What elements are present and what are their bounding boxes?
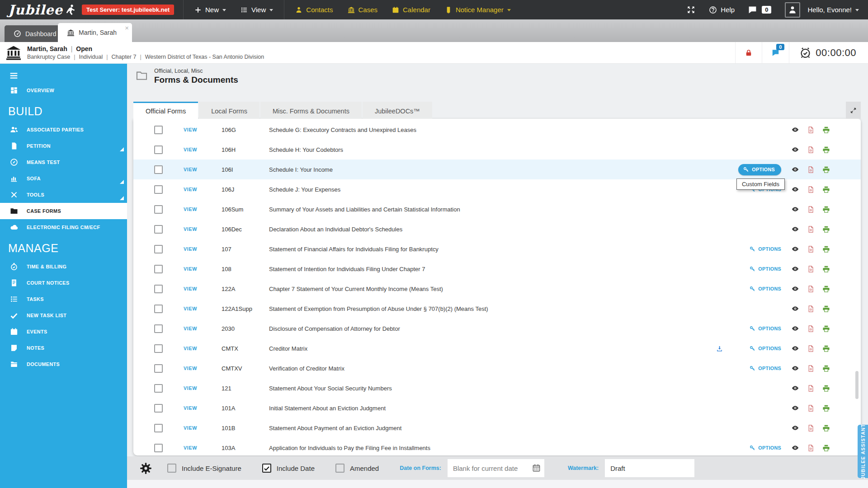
nav-item-calendar[interactable]: Calendar bbox=[385, 0, 438, 19]
row-checkbox[interactable] bbox=[154, 444, 163, 452]
preview-button[interactable] bbox=[788, 404, 803, 412]
sidebar-item-means-test[interactable]: MEANS TEST bbox=[0, 154, 127, 170]
view-link[interactable]: VIEW bbox=[184, 366, 222, 371]
print-button[interactable] bbox=[818, 265, 834, 273]
sidebar-item-tools[interactable]: TOOLS bbox=[0, 187, 127, 203]
sidebar-collapse-button[interactable] bbox=[0, 64, 127, 82]
date-on-forms-input[interactable] bbox=[448, 459, 544, 477]
preview-button[interactable] bbox=[788, 265, 803, 273]
preview-button[interactable] bbox=[788, 245, 803, 253]
help-button[interactable]: Help bbox=[709, 6, 735, 14]
pdf-button[interactable] bbox=[803, 325, 818, 333]
preview-button[interactable] bbox=[788, 384, 803, 392]
view-link[interactable]: VIEW bbox=[184, 147, 222, 152]
row-checkbox[interactable] bbox=[154, 404, 163, 413]
row-checkbox[interactable] bbox=[154, 364, 163, 373]
preview-button[interactable] bbox=[788, 424, 803, 432]
nav-item-contacts[interactable]: Contacts bbox=[288, 0, 340, 19]
view-link[interactable]: VIEW bbox=[184, 326, 222, 331]
row-checkbox[interactable] bbox=[154, 165, 163, 174]
preview-button[interactable] bbox=[788, 185, 803, 193]
preview-button[interactable] bbox=[788, 165, 803, 174]
view-link[interactable]: VIEW bbox=[184, 405, 222, 411]
view-link[interactable]: VIEW bbox=[184, 167, 222, 172]
print-button[interactable] bbox=[818, 305, 834, 313]
watermark-input[interactable] bbox=[605, 459, 694, 477]
preview-button[interactable] bbox=[788, 145, 803, 154]
print-button[interactable] bbox=[818, 166, 834, 174]
pdf-button[interactable] bbox=[803, 166, 818, 174]
print-button[interactable] bbox=[818, 424, 834, 432]
form-tab-misc-forms-documents[interactable]: Misc. Forms & Documents bbox=[260, 102, 362, 119]
settings-gear-button[interactable] bbox=[140, 462, 152, 474]
options-button[interactable]: OPTIONS bbox=[750, 445, 781, 451]
pdf-button[interactable] bbox=[803, 225, 818, 233]
preview-button[interactable] bbox=[788, 324, 803, 333]
print-button[interactable] bbox=[818, 225, 834, 233]
preview-button[interactable] bbox=[788, 225, 803, 233]
preview-button[interactable] bbox=[788, 285, 803, 293]
pdf-button[interactable] bbox=[803, 146, 818, 154]
sidebar-item-tasks[interactable]: TASKS bbox=[0, 291, 127, 307]
view-link[interactable]: VIEW bbox=[184, 187, 222, 192]
print-button[interactable] bbox=[818, 444, 834, 452]
print-button[interactable] bbox=[818, 404, 834, 412]
pdf-button[interactable] bbox=[803, 206, 818, 213]
nav-item-cases[interactable]: Cases bbox=[340, 0, 385, 19]
view-link[interactable]: VIEW bbox=[184, 385, 222, 391]
checkbox-include-date[interactable]: Include Date bbox=[262, 464, 315, 473]
print-button[interactable] bbox=[818, 186, 834, 193]
pdf-button[interactable] bbox=[803, 444, 818, 452]
print-button[interactable] bbox=[818, 325, 834, 333]
print-button[interactable] bbox=[818, 365, 834, 372]
row-checkbox[interactable] bbox=[154, 145, 163, 154]
sidebar-item-sofa[interactable]: SOFA bbox=[0, 170, 127, 187]
sidebar-item-associated-parties[interactable]: ASSOCIATED PARTIES bbox=[0, 122, 127, 138]
pdf-button[interactable] bbox=[803, 285, 818, 293]
form-tab-jubileedocs-[interactable]: JubileeDOCs™ bbox=[363, 102, 432, 119]
fullscreen-icon[interactable] bbox=[687, 5, 695, 14]
print-button[interactable] bbox=[818, 345, 834, 352]
case-messages-button[interactable]: 0 bbox=[762, 42, 789, 63]
sidebar-item-notes[interactable]: NOTES bbox=[0, 340, 127, 356]
print-button[interactable] bbox=[818, 245, 834, 253]
row-checkbox[interactable] bbox=[154, 126, 163, 134]
options-button[interactable]: OPTIONS bbox=[750, 286, 781, 292]
pdf-button[interactable] bbox=[803, 305, 818, 313]
options-button[interactable]: OPTIONS bbox=[750, 366, 781, 371]
pdf-button[interactable] bbox=[803, 365, 818, 372]
expand-card-button[interactable] bbox=[846, 102, 861, 119]
time-tracker[interactable]: 00:00:00 bbox=[789, 42, 868, 63]
print-button[interactable] bbox=[818, 126, 834, 134]
options-button-active[interactable]: OPTIONS bbox=[738, 164, 781, 175]
checkbox-box[interactable] bbox=[167, 464, 176, 473]
window-tab-case-martin-sarah[interactable]: Martin, Sarah× bbox=[58, 23, 132, 42]
row-checkbox[interactable] bbox=[154, 285, 163, 293]
row-checkbox[interactable] bbox=[154, 225, 163, 234]
print-button[interactable] bbox=[818, 285, 834, 293]
row-checkbox[interactable] bbox=[154, 265, 163, 273]
options-button[interactable]: OPTIONS bbox=[750, 246, 781, 252]
pdf-button[interactable] bbox=[803, 404, 818, 412]
sidebar-item-petition[interactable]: PETITION bbox=[0, 138, 127, 154]
view-link[interactable]: VIEW bbox=[184, 206, 222, 212]
checkbox-box[interactable] bbox=[262, 464, 271, 473]
pdf-button[interactable] bbox=[803, 265, 818, 273]
preview-button[interactable] bbox=[788, 205, 803, 213]
checkbox-amended[interactable]: Amended bbox=[335, 464, 379, 473]
checkbox-box[interactable] bbox=[335, 464, 344, 473]
view-link[interactable]: VIEW bbox=[184, 445, 222, 450]
view-link[interactable]: VIEW bbox=[184, 226, 222, 232]
row-checkbox[interactable] bbox=[154, 384, 163, 393]
form-tab-local-forms[interactable]: Local Forms bbox=[199, 102, 259, 119]
options-button[interactable]: OPTIONS bbox=[750, 346, 781, 352]
pdf-button[interactable] bbox=[803, 126, 818, 134]
print-button[interactable] bbox=[818, 385, 834, 392]
sidebar-item-court-notices[interactable]: COURT NOTICES bbox=[0, 275, 127, 291]
row-checkbox[interactable] bbox=[154, 205, 163, 214]
nav-item-new[interactable]: New bbox=[187, 0, 233, 19]
row-checkbox[interactable] bbox=[154, 424, 163, 432]
view-link[interactable]: VIEW bbox=[184, 266, 222, 272]
download-icon[interactable] bbox=[716, 345, 723, 352]
preview-button[interactable] bbox=[788, 364, 803, 372]
